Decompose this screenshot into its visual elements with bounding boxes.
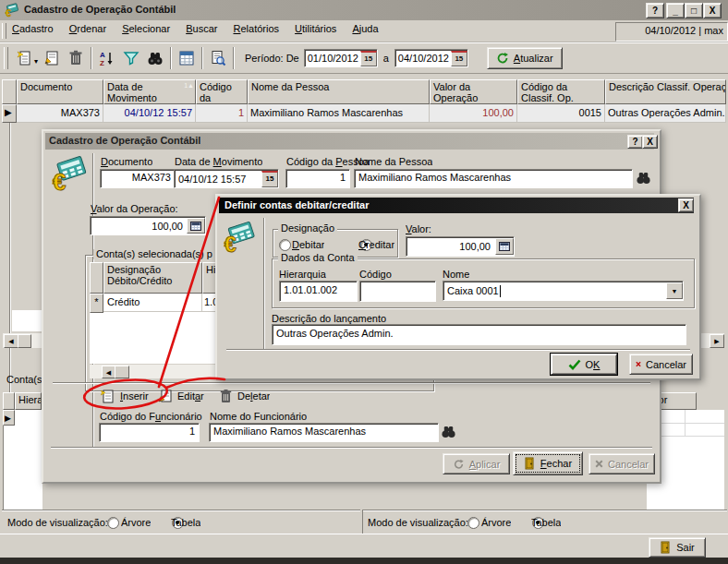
creditar-label[interactable]: Creditar [358,239,394,250]
menu-ordenar[interactable]: Ordenar [63,20,113,37]
calendar-icon[interactable]: 15 [360,51,377,66]
cancelar-button[interactable]: Cancelar [629,354,693,375]
edit-record-icon[interactable] [40,46,64,70]
h-scrollbar-track[interactable]: ◀ [3,333,42,348]
deletar-icon[interactable] [220,389,232,403]
ok-button[interactable]: OK [551,354,617,375]
period-from-input[interactable]: 01/10/2012 15 [304,49,378,67]
new-record-button[interactable] [12,46,36,70]
scroll-left-button[interactable]: ◀ [4,334,18,348]
menu-buscar[interactable]: Buscar [179,20,224,37]
delete-record-icon[interactable] [64,46,88,70]
minimize-button[interactable]: _ [666,3,685,18]
grid-col-documento[interactable]: Documento [17,79,103,104]
cell-nome-pessoa[interactable]: Maximiliano Ramos Mascarenhas [248,104,430,123]
codigo-input[interactable] [359,281,436,302]
aplicar-button[interactable]: Aplicar [443,453,510,474]
euro-calculator-icon: € [223,221,258,256]
contas-grid-cell-designacao[interactable]: Crédito [103,294,202,312]
editar-button[interactable]: Editar [177,390,204,402]
grid-col-valor-operacao[interactable]: Valor da Operação [430,79,517,104]
table-view-icon[interactable] [175,46,199,70]
grid-col-data-movimento[interactable]: Data de Movimento 1▲ [103,79,196,104]
sair-button[interactable]: Sair [649,537,706,558]
cancel-icon [595,459,603,469]
editar-icon[interactable] [158,389,173,403]
search-employee-binoculars-icon[interactable] [441,425,456,438]
filter-icon[interactable] [119,46,143,70]
help-window-button[interactable]: ? [627,135,643,149]
cell-codigo-classif[interactable]: 0015 [517,104,605,123]
codigo-pessoa-input[interactable]: 1 [285,169,350,188]
period-from-value[interactable]: 01/10/2012 [305,53,360,64]
scrollbar-thumb[interactable] [115,366,129,378]
close-button[interactable]: X [642,135,658,149]
cell-documento[interactable]: MAX373 [17,104,103,123]
menu-ajuda[interactable]: Ajuda [346,20,384,37]
inserir-button[interactable]: Inserir [120,390,149,402]
close-button[interactable]: X [678,198,694,212]
debitar-radio[interactable] [279,239,291,251]
documento-input[interactable]: MAX373 [100,169,176,188]
grid-col-codigo-classif[interactable]: Código da Classif. Op. Admin. [517,79,605,104]
calendar-icon[interactable]: 15 [261,171,278,187]
valor-operacao-input[interactable]: 100,00 [90,216,206,235]
scroll-right-button[interactable]: ▶ [710,334,724,348]
combo-dropdown-icon[interactable]: ▼ [666,282,683,299]
fechar-button[interactable]: Fechar [513,451,583,475]
scrollbar-thumb[interactable] [18,334,31,348]
scroll-left-button[interactable]: ◀ [102,366,115,378]
nome-pessoa-input[interactable]: Maximiliano Ramos Mascarenhas [354,169,633,188]
view-mode-table-label[interactable]: Tabela [531,517,561,528]
debitar-label[interactable]: Debitar [292,239,324,250]
descricao-input[interactable]: Outras Operações Admin. [272,324,686,345]
hierarquia-input[interactable]: 1.01.01.002 [279,281,358,302]
calculator-icon[interactable] [187,218,205,234]
nome-pessoa-label: Nome da Pessoa [355,156,432,167]
search-person-binoculars-icon[interactable] [636,171,651,185]
menu-utilitarios[interactable]: Utilitários [288,20,343,37]
close-button[interactable]: X [703,3,722,18]
nome-funcionario-input[interactable]: Maximiliano Ramos Mascarenhas [209,423,439,442]
view-mode-tree-radio[interactable] [467,517,479,529]
view-mode-tree-label[interactable]: Árvore [121,517,151,528]
help-window-button[interactable]: ? [646,3,664,18]
cell-valor-operacao[interactable]: 100,00 [430,104,517,123]
new-record-dropdown-icon[interactable]: ▾ [34,57,38,66]
cell-codigo-pessoa[interactable]: 1 [196,104,248,123]
contas-grid-col-designacao[interactable]: Designação Débito/Crédito [103,262,202,294]
menu-relatorios[interactable]: Relatórios [227,20,286,37]
codigo-funcionario-input[interactable]: 1 [99,423,200,442]
grid-col-nome-pessoa[interactable]: Nome da Pessoa [248,79,430,104]
contas-grid-row-selector[interactable]: * [90,294,103,313]
calculator-icon[interactable] [495,238,514,255]
view-mode-tree-label[interactable]: Árvore [481,517,511,528]
door-icon [524,457,536,470]
cell-descricao-classif[interactable]: Outras Operações Admin. [605,104,726,123]
cell-data-movimento[interactable]: 04/10/12 15:57 [103,104,196,123]
report-preview-icon[interactable] [206,46,230,70]
inserir-icon[interactable] [101,389,115,403]
menu-selecionar[interactable]: Selecionar [115,20,176,37]
maximize-button[interactable]: □ [685,3,703,18]
left-panel-row-selector[interactable]: ▶ [3,410,15,426]
data-movimento-input[interactable]: 04/10/12 15:57 15 [174,169,279,188]
row-selector[interactable]: ▶ [2,104,17,123]
calendar-icon[interactable]: 15 [451,51,467,66]
view-mode-table-label[interactable]: Tabela [171,517,200,528]
search-binoculars-icon[interactable] [143,46,167,70]
menu-cadastro[interactable]: Cadastro [6,20,60,37]
valor-input[interactable]: 100,00 [406,236,515,257]
period-to-input[interactable]: 04/10/2012 15 [394,49,468,67]
view-mode-tree-radio[interactable] [107,517,119,529]
atualizar-button[interactable]: Atualizar [487,47,563,69]
period-to-value[interactable]: 04/10/2012 [395,53,451,64]
grid-col-codigo-pessoa[interactable]: Código da Pessoa [196,79,248,104]
left-panel-col-header[interactable]: Hiera [15,392,42,410]
deletar-button[interactable]: Deletar [237,390,270,402]
nome-combobox[interactable]: Caixa 0001 ▼ [443,281,684,301]
contas-group-label: Conta(s) selecionada(s) p [93,249,215,259]
grid-col-descricao-classif[interactable]: Descrição Classif. Operaç [605,79,726,104]
cancelar-button[interactable]: Cancelar [588,453,655,474]
sort-az-icon[interactable]: A Z [95,46,119,70]
